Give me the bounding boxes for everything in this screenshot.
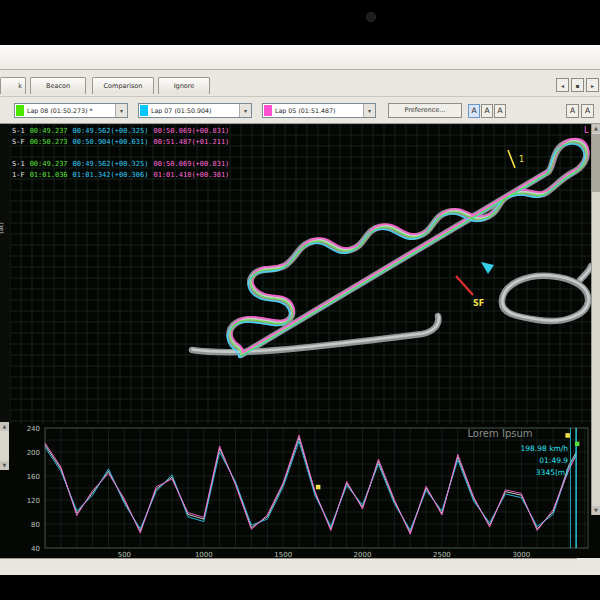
lap3-color-chip: [264, 105, 272, 116]
screen: k Beacon Comparison Ignore ◂ ▪ ▸ Lap 08 …: [0, 0, 600, 600]
timing-row: 1-F01:01.03601:01.342(+00.306)01:01.418(…: [12, 170, 234, 181]
svg-text:198.98 km/h: 198.98 km/h: [521, 444, 569, 453]
startfinish-label: SF: [473, 299, 484, 308]
sector-label: S-1: [12, 127, 25, 135]
sector-time-lap07: 00:49.562(+00.325): [73, 160, 149, 168]
timing-row: S-F00:50.27300:50.904(+00.631)00:51.487(…: [12, 137, 234, 148]
sector-label: S-F: [12, 138, 25, 146]
timing-block-1: S-100:49.23700:49.562(+00.325)00:50.069(…: [12, 126, 234, 148]
map-corner-label: L: [584, 126, 589, 135]
tab-comparison[interactable]: Comparison: [92, 77, 154, 94]
sector-time-lap08: 00:49.237: [30, 127, 68, 135]
camera-icon: [366, 12, 376, 22]
sector-time-lap07: 00:50.904(+00.631): [73, 138, 149, 146]
font-size-medium-button[interactable]: A: [481, 104, 493, 118]
speed-chart[interactable]: 240200160120804050010001500200025003000L…: [0, 424, 600, 558]
svg-text:2000: 2000: [354, 551, 372, 558]
svg-text:80: 80: [31, 521, 40, 529]
sector-time-lap07: 01:01.342(+00.306): [73, 171, 149, 179]
sector1-marker-line: [508, 150, 515, 168]
chevron-down-icon[interactable]: ▾: [239, 104, 251, 117]
lap2-label: Lap 07 (01:50.904): [151, 107, 239, 114]
preference-button[interactable]: Preference...: [388, 103, 462, 118]
nav-next-button[interactable]: ▸: [586, 78, 599, 92]
sector-time-lap05: 00:51.487(+01.211): [153, 138, 229, 146]
trace-lap08: [230, 142, 587, 356]
svg-text:1500: 1500: [274, 551, 292, 558]
tab-strip: k Beacon Comparison Ignore ◂ ▪ ▸: [0, 70, 600, 96]
lap-selector-2[interactable]: Lap 07 (01:50.904) ▾: [138, 103, 252, 118]
scroll-up-icon[interactable]: ▲: [0, 422, 9, 431]
timing-overlay: S-100:49.23700:49.562(+00.325)00:50.069(…: [12, 126, 234, 192]
text-option-button-1[interactable]: A: [566, 104, 579, 118]
chevron-down-icon[interactable]: ▾: [363, 104, 375, 117]
left-mini-scrollbar[interactable]: ▲ ▼: [0, 422, 9, 470]
svg-text:3000: 3000: [512, 551, 530, 558]
sector-time-lap05: 00:50.069(+00.831): [153, 160, 229, 168]
svg-text:1000: 1000: [195, 551, 213, 558]
text-option-button-2[interactable]: A: [581, 104, 594, 118]
tab-beacon[interactable]: Beacon: [30, 77, 86, 94]
scroll-up-icon[interactable]: ▲: [592, 124, 600, 133]
map-side-strip: (at): [0, 124, 10, 424]
sector-label: S-1: [12, 160, 25, 168]
font-size-large-button[interactable]: A: [494, 104, 506, 118]
timing-block-2: S-100:49.23700:49.562(+00.325)00:50.069(…: [12, 159, 234, 181]
titlebar[interactable]: [0, 45, 600, 70]
tab-ignore[interactable]: Ignore: [158, 77, 210, 94]
lap1-label: Lap 08 (01:50.273) *: [27, 107, 115, 114]
svg-text:200: 200: [27, 449, 40, 457]
sector-time-lap05: 01:01.418(+00.381): [153, 171, 229, 179]
lap3-label: Lap 05 (01:51.487): [275, 107, 363, 114]
nav-stop-button[interactable]: ▪: [571, 78, 584, 92]
lap-selector-3[interactable]: Lap 05 (01:51.487) ▾: [262, 103, 376, 118]
sector1-marker-label: 1: [519, 155, 524, 164]
sector-time-lap08: 01:01.036: [30, 171, 68, 179]
map-side-tab-label[interactable]: (at): [0, 222, 5, 234]
toolbar: Lap 08 (01:50.273) * ▾ Lap 07 (01:50.904…: [0, 96, 600, 124]
svg-text:240: 240: [27, 425, 40, 433]
font-size-small-button[interactable]: A: [468, 104, 480, 118]
sector-time-lap08: 00:50.273: [30, 138, 68, 146]
timing-row: S-100:49.23700:49.562(+00.325)00:50.069(…: [12, 159, 234, 170]
svg-text:160: 160: [27, 473, 40, 481]
vertical-scrollbar[interactable]: ▲ ▼: [591, 124, 600, 515]
scroll-down-icon[interactable]: ▼: [0, 461, 9, 470]
tab-track-partial[interactable]: k: [0, 77, 26, 94]
sector-time-lap08: 00:49.237: [30, 160, 68, 168]
svg-text:Lorem Ipsum: Lorem Ipsum: [467, 428, 532, 439]
status-bar: [0, 558, 577, 575]
timing-row: S-100:49.23700:49.562(+00.325)00:50.069(…: [12, 126, 234, 137]
svg-text:120: 120: [27, 497, 40, 505]
track-map-panel: (at) 1: [0, 124, 600, 424]
cursor-marker-line: [456, 276, 473, 295]
scroll-down-icon[interactable]: ▼: [592, 506, 600, 515]
sector-time-lap05: 00:50.069(+00.831): [153, 127, 229, 135]
lap1-color-chip: [16, 105, 24, 116]
nav-prev-button[interactable]: ◂: [556, 78, 569, 92]
app-window: k Beacon Comparison Ignore ◂ ▪ ▸ Lap 08 …: [0, 45, 600, 575]
svg-text:2500: 2500: [433, 551, 451, 558]
svg-text:40: 40: [31, 545, 40, 553]
scrollbar-thumb[interactable]: [592, 134, 600, 192]
svg-text:3345(m): 3345(m): [536, 468, 568, 477]
sector-label: 1-F: [12, 171, 25, 179]
svg-text:01:49.9: 01:49.9: [539, 456, 568, 465]
speed-chart-panel: 240200160120804050010001500200025003000L…: [0, 424, 600, 558]
chevron-down-icon[interactable]: ▾: [115, 104, 127, 117]
svg-text:500: 500: [118, 551, 131, 558]
sector-time-lap07: 00:49.562(+00.325): [73, 127, 149, 135]
lap-selector-1[interactable]: Lap 08 (01:50.273) * ▾: [14, 103, 128, 118]
lap2-color-chip: [140, 105, 148, 116]
